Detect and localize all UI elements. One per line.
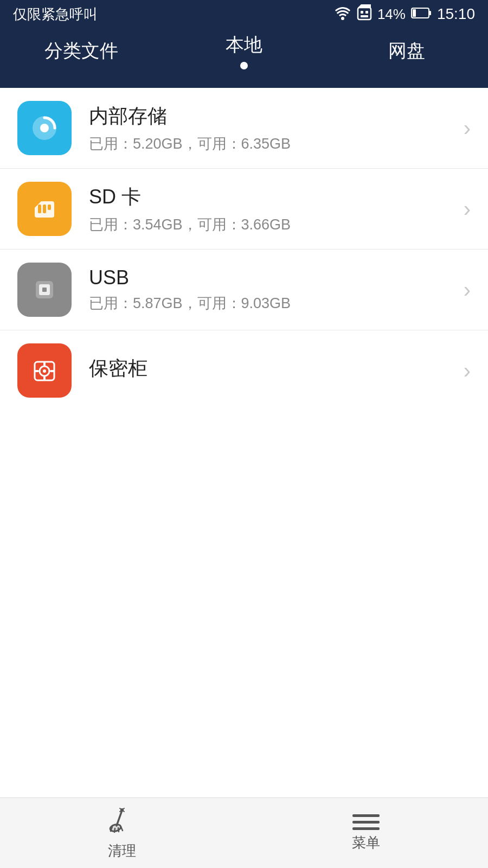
svg-rect-22 bbox=[43, 376, 46, 380]
nav-clean[interactable]: 清理 bbox=[0, 806, 244, 860]
vault-icon bbox=[17, 343, 72, 398]
usb-subtitle: 已用：5.87GB，可用：9.03GB bbox=[89, 293, 455, 313]
svg-rect-6 bbox=[429, 11, 431, 15]
svg-rect-17 bbox=[42, 288, 47, 292]
svg-line-30 bbox=[121, 827, 123, 831]
tab-cloud[interactable]: 网盘 bbox=[325, 39, 488, 69]
usb-icon bbox=[17, 263, 72, 317]
time-display: 15:10 bbox=[437, 5, 475, 23]
internal-storage-title: 内部存储 bbox=[89, 103, 455, 130]
svg-line-28 bbox=[114, 828, 115, 832]
wifi-icon bbox=[334, 5, 351, 24]
nav-menu[interactable]: 菜单 bbox=[244, 814, 488, 852]
internal-storage-icon bbox=[17, 101, 72, 155]
vault-title: 保密柜 bbox=[89, 355, 455, 382]
battery-percent: 14% bbox=[377, 6, 406, 23]
sdcard-content: SD 卡 已用：3.54GB，可用：3.66GB bbox=[89, 184, 455, 234]
sdcard-title: SD 卡 bbox=[89, 184, 455, 210]
svg-line-29 bbox=[118, 828, 119, 832]
menu-icon bbox=[352, 814, 380, 830]
svg-marker-1 bbox=[358, 4, 371, 8]
list-item-usb[interactable]: USB 已用：5.87GB，可用：9.03GB › bbox=[0, 250, 488, 330]
svg-rect-21 bbox=[43, 362, 46, 366]
sdcard-subtitle: 已用：3.54GB，可用：3.66GB bbox=[89, 215, 455, 234]
tab-local[interactable]: 本地 bbox=[163, 33, 325, 75]
svg-rect-7 bbox=[413, 9, 416, 17]
svg-rect-0 bbox=[358, 8, 371, 20]
sim-icon bbox=[357, 4, 372, 24]
bottom-nav: 清理 菜单 bbox=[0, 797, 488, 868]
header-tabs: 分类文件 本地 网盘 bbox=[0, 28, 488, 88]
svg-point-9 bbox=[40, 124, 49, 132]
clean-icon bbox=[108, 806, 136, 838]
list-item-internal[interactable]: 内部存储 已用：5.20GB，可用：6.35GB › bbox=[0, 88, 488, 169]
svg-line-25 bbox=[117, 810, 122, 826]
status-icons: 14% 15:10 bbox=[334, 4, 475, 24]
storage-list: 内部存储 已用：5.20GB，可用：6.35GB › SD 卡 已用：3.54G… bbox=[0, 88, 488, 411]
svg-rect-2 bbox=[361, 11, 363, 14]
list-item-sdcard[interactable]: SD 卡 已用：3.54GB，可用：3.66GB › bbox=[0, 169, 488, 250]
svg-rect-4 bbox=[361, 15, 368, 17]
internal-storage-arrow: › bbox=[464, 116, 471, 141]
svg-rect-3 bbox=[365, 11, 368, 14]
svg-rect-14 bbox=[48, 205, 51, 210]
internal-storage-subtitle: 已用：5.20GB，可用：6.35GB bbox=[89, 134, 455, 154]
svg-rect-12 bbox=[38, 205, 41, 213]
sdcard-arrow: › bbox=[464, 197, 471, 221]
usb-content: USB 已用：5.87GB，可用：9.03GB bbox=[89, 266, 455, 313]
svg-point-20 bbox=[43, 369, 46, 373]
list-item-vault[interactable]: 保密柜 › bbox=[0, 330, 488, 411]
sdcard-icon bbox=[17, 182, 72, 236]
svg-rect-13 bbox=[43, 205, 46, 213]
svg-rect-23 bbox=[35, 370, 39, 372]
battery-icon bbox=[411, 6, 432, 23]
menu-label: 菜单 bbox=[352, 833, 380, 852]
usb-arrow: › bbox=[464, 278, 471, 302]
vault-arrow: › bbox=[464, 359, 471, 383]
status-bar: 仅限紧急呼叫 14% bbox=[0, 0, 488, 28]
usb-title: USB bbox=[89, 266, 455, 289]
internal-storage-content: 内部存储 已用：5.20GB，可用：6.35GB bbox=[89, 103, 455, 154]
clean-label: 清理 bbox=[108, 841, 136, 860]
tab-classify[interactable]: 分类文件 bbox=[0, 39, 163, 69]
vault-content: 保密柜 bbox=[89, 355, 455, 386]
svg-rect-24 bbox=[50, 370, 54, 372]
emergency-text: 仅限紧急呼叫 bbox=[13, 5, 98, 24]
